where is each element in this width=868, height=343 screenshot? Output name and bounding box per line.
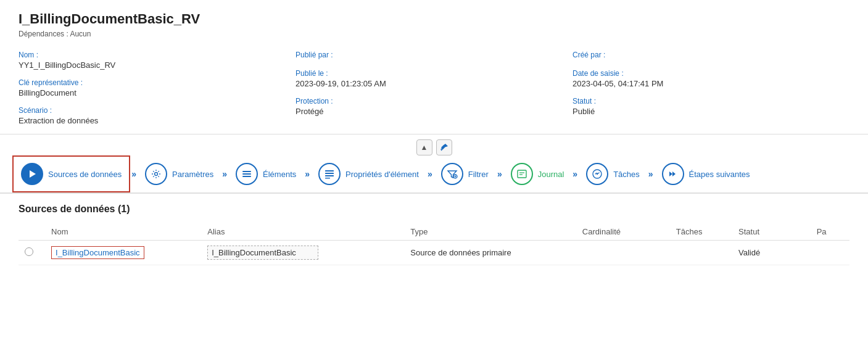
row-pa-cell — [811, 241, 849, 265]
step-taches[interactable]: Tâches — [579, 157, 647, 191]
sep-1: » — [130, 169, 138, 179]
step-filtrer[interactable]: Filtrer — [434, 157, 496, 191]
meta-item-scenario: Scénario : Extraction de données — [19, 106, 296, 125]
step-sources-label: Sources de données — [48, 170, 122, 179]
filtrer-icon — [441, 163, 463, 185]
row-taches-cell — [670, 241, 732, 265]
meta-label-protection: Protection : — [296, 97, 572, 105]
meta-value-date-saisie: 2023-04-05, 04:17:41 PM — [572, 79, 849, 88]
meta-label-date-saisie: Date de saisie : — [572, 69, 849, 78]
meta-label-nom: Nom : — [19, 51, 296, 59]
nav-controls: ▲ — [0, 134, 868, 155]
meta-label-statut: Statut : — [572, 97, 849, 105]
radio-button[interactable] — [25, 247, 33, 256]
step-filtrer-label: Filtrer — [468, 170, 489, 179]
row-radio-cell — [19, 241, 45, 265]
svg-marker-1 — [30, 170, 36, 178]
step-parametres[interactable]: Paramètres — [138, 157, 221, 191]
step-sources[interactable]: Sources de données — [12, 155, 130, 192]
dependencies-label: Dépendances : Aucun — [19, 30, 849, 38]
meta-label-cle: Clé représentative : — [19, 78, 296, 87]
metadata-section: Nom : YY1_I_BillingDocBasic_RV Clé repré… — [0, 44, 868, 134]
meta-value-protection: Protégé — [296, 107, 572, 116]
journal-icon — [511, 163, 533, 185]
svg-rect-5 — [242, 176, 251, 177]
sources-table: Nom Alias Type Cardinalité Tâches Statut… — [19, 223, 849, 265]
sources-icon — [21, 163, 43, 185]
col-pa: Pa — [811, 223, 849, 241]
meta-value-cle: BillingDocument — [19, 88, 296, 97]
svg-rect-6 — [325, 170, 334, 172]
meta-item-statut: Statut : Publié — [572, 97, 849, 116]
row-name-cell: I_BillingDocumentBasic — [45, 241, 201, 265]
col-statut: Statut — [732, 223, 811, 241]
meta-col-2: Publié par : Publié le : 2023-09-19, 01:… — [296, 51, 572, 125]
sep-3: » — [304, 169, 311, 179]
sep-5: » — [496, 169, 503, 179]
meta-label-scenario: Scénario : — [19, 106, 296, 115]
meta-value-publie-le: 2023-09-19, 01:23:05 AM — [296, 79, 572, 88]
proprietes-icon — [318, 163, 341, 185]
source-name-link[interactable]: I_BillingDocumentBasic — [51, 246, 144, 259]
step-proprietes[interactable]: Propriétés d'élément — [311, 157, 426, 191]
step-etapes-label: Étapes suivantes — [689, 170, 750, 179]
header-section: I_BillingDocumentBasic_RV Dépendances : … — [0, 0, 868, 44]
col-taches: Tâches — [670, 223, 732, 241]
row-alias-cell: I_BillingDocumentBasic — [201, 241, 404, 265]
content-area: Sources de données (1) Nom Alias Type Ca… — [0, 194, 868, 275]
step-elements[interactable]: Éléments — [228, 157, 304, 191]
row-statut-cell: Validé — [732, 241, 811, 265]
svg-rect-9 — [325, 178, 330, 179]
svg-point-17 — [597, 173, 598, 175]
meta-value-statut: Publié — [572, 107, 849, 116]
col-radio — [19, 223, 45, 241]
section-title: Sources de données (1) — [19, 204, 849, 215]
meta-label-publie-le: Publié le : — [296, 69, 572, 78]
meta-value-scenario: Extraction de données — [19, 116, 296, 125]
meta-item-date-saisie: Date de saisie : 2023-04-05, 04:17:41 PM — [572, 69, 849, 88]
table-row: I_BillingDocumentBasic I_BillingDocument… — [19, 241, 849, 265]
col-cardinalite: Cardinalité — [576, 223, 670, 241]
step-journal[interactable]: Journal — [503, 157, 572, 191]
row-cardinalite-cell — [576, 241, 670, 265]
sep-6: » — [571, 169, 579, 179]
svg-rect-3 — [242, 171, 251, 172]
meta-item-protection: Protection : Protégé — [296, 97, 572, 116]
page: I_BillingDocumentBasic_RV Dépendances : … — [0, 0, 868, 343]
meta-item-nom: Nom : YY1_I_BillingDocBasic_RV — [19, 51, 296, 70]
sep-7: » — [647, 169, 655, 179]
step-elements-label: Éléments — [263, 170, 296, 179]
meta-item-publie-par: Publié par : — [296, 51, 572, 60]
svg-rect-8 — [325, 175, 334, 176]
table-header-row: Nom Alias Type Cardinalité Tâches Statut… — [19, 223, 849, 241]
meta-value-nom: YY1_I_BillingDocBasic_RV — [19, 60, 296, 70]
elements-icon — [236, 163, 258, 185]
meta-item-cree-par: Créé par : — [572, 51, 849, 60]
col-alias: Alias — [201, 223, 404, 241]
step-etapes[interactable]: Étapes suivantes — [655, 157, 758, 191]
meta-label-cree-par: Créé par : — [572, 51, 849, 59]
meta-col-1: Nom : YY1_I_BillingDocBasic_RV Clé repré… — [19, 51, 296, 125]
svg-rect-7 — [325, 173, 334, 174]
page-title: I_BillingDocumentBasic_RV — [19, 11, 849, 27]
step-parametres-label: Paramètres — [172, 170, 213, 179]
meta-col-3: Créé par : Date de saisie : 2023-04-05, … — [572, 51, 849, 125]
svg-rect-4 — [242, 173, 251, 175]
svg-marker-18 — [669, 172, 672, 176]
meta-item-cle: Clé représentative : BillingDocument — [19, 78, 296, 97]
row-type-cell: Source de données primaire — [404, 241, 576, 265]
step-proprietes-label: Propriétés d'élément — [345, 170, 419, 179]
scroll-up-button[interactable]: ▲ — [416, 139, 432, 155]
step-journal-label: Journal — [538, 170, 564, 179]
step-taches-label: Tâches — [613, 170, 640, 179]
etapes-icon — [662, 163, 684, 185]
taches-icon — [586, 163, 608, 185]
alias-input[interactable]: I_BillingDocumentBasic — [207, 246, 318, 260]
col-type: Type — [404, 223, 576, 241]
svg-rect-13 — [518, 170, 526, 178]
parametres-icon — [145, 163, 167, 185]
pipeline-bar: Sources de données » Paramètres » — [0, 155, 868, 194]
meta-label-publie-par: Publié par : — [296, 51, 572, 59]
sep-2: » — [221, 169, 228, 179]
pin-button[interactable] — [436, 139, 452, 155]
